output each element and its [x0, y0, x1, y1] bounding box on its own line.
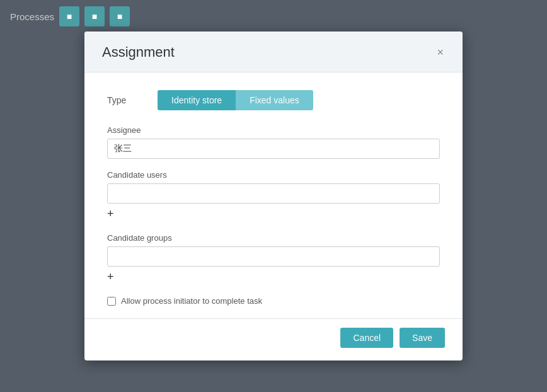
candidate-users-label: Candidate users [107, 170, 440, 180]
close-button[interactable]: × [435, 47, 445, 58]
candidate-groups-input[interactable] [107, 246, 440, 267]
type-label: Type [107, 95, 145, 105]
add-candidate-group-button[interactable]: + [107, 269, 114, 285]
add-candidate-user-button[interactable]: + [107, 206, 114, 222]
candidate-groups-group: Candidate groups + [107, 233, 440, 285]
type-btn-fixed[interactable]: Fixed values [236, 90, 313, 110]
modal-footer: Cancel Save [84, 318, 463, 360]
type-row: Type Identity store Fixed values [107, 90, 440, 110]
candidate-groups-label: Candidate groups [107, 233, 440, 243]
candidate-users-group: Candidate users + [107, 170, 440, 222]
type-btn-identity[interactable]: Identity store [158, 90, 236, 110]
type-buttons: Identity store Fixed values [158, 90, 313, 110]
assignment-modal: Assignment × Type Identity store Fixed v… [84, 32, 463, 360]
save-button[interactable]: Save [400, 328, 445, 348]
checkbox-label[interactable]: Allow process initiator to complete task [121, 296, 262, 306]
assignee-input[interactable] [107, 139, 440, 159]
checkbox-row: Allow process initiator to complete task [107, 296, 440, 306]
cancel-button[interactable]: Cancel [340, 328, 393, 348]
initiator-checkbox[interactable] [107, 297, 116, 306]
candidate-users-input[interactable] [107, 183, 440, 204]
assignee-group: Assignee [107, 125, 440, 159]
modal-backdrop: Assignment × Type Identity store Fixed v… [0, 0, 547, 392]
modal-title: Assignment [102, 44, 175, 61]
modal-body: Type Identity store Fixed values Assigne… [84, 72, 463, 318]
assignee-label: Assignee [107, 125, 440, 135]
modal-header: Assignment × [84, 32, 463, 72]
